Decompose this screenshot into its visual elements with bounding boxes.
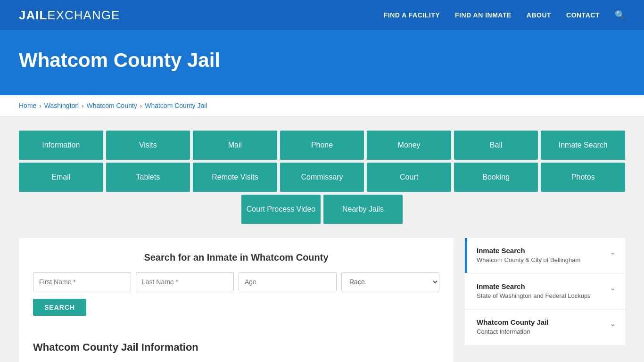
btn-phone[interactable]: Phone [280, 131, 364, 160]
btn-booking[interactable]: Booking [454, 163, 538, 192]
btn-inmate-search[interactable]: Inmate Search [541, 131, 625, 160]
breadcrumb-whatcom-jail[interactable]: Whatcom County Jail [145, 102, 207, 109]
nav-find-facility[interactable]: FIND A FACILITY [384, 11, 440, 19]
btn-commissary[interactable]: Commissary [280, 163, 364, 192]
chevron-down-icon-3: ⌄ [610, 319, 616, 328]
btn-tablets[interactable]: Tablets [106, 163, 190, 192]
sidebar-item-title-2: Inmate Search [477, 282, 591, 290]
sidebar-item-subtitle-3: Contact Information [477, 328, 549, 336]
btn-photos[interactable]: Photos [541, 163, 625, 192]
btn-information[interactable]: Information [19, 131, 103, 160]
breadcrumb: Home › Washington › Whatcom County › Wha… [19, 102, 625, 109]
sidebar-item-text-3: Whatcom County Jail Contact Information [477, 318, 549, 336]
btn-mail[interactable]: Mail [193, 131, 277, 160]
race-select[interactable]: Race White Black Hispanic Asian Other [341, 272, 439, 291]
search-panel: Search for an Inmate in Whatcom County R… [19, 238, 454, 330]
button-row-3: Court Process Video Nearby Jails [19, 195, 625, 224]
chevron-down-icon-1: ⌄ [610, 247, 616, 256]
search-title: Search for an Inmate in Whatcom County [33, 252, 439, 263]
breadcrumb-sep-2: › [82, 102, 83, 109]
sidebar: Inmate Search Whatcom County & City of B… [465, 238, 625, 345]
button-row-1: Information Visits Mail Phone Money Bail… [19, 131, 625, 160]
button-grid: Information Visits Mail Phone Money Bail… [19, 131, 625, 224]
breadcrumb-sep-3: › [140, 102, 142, 109]
breadcrumb-bar: Home › Washington › Whatcom County › Wha… [0, 95, 644, 116]
content-area: Information Visits Mail Phone Money Bail… [0, 116, 644, 362]
main-nav: FIND A FACILITY FIND AN INMATE ABOUT CON… [384, 10, 625, 20]
btn-nearby-jails[interactable]: Nearby Jails [323, 195, 403, 224]
sidebar-item-text-2: Inmate Search State of Washington and Fe… [477, 282, 591, 300]
search-button[interactable]: SEARCH [33, 299, 86, 316]
nav-about[interactable]: ABOUT [527, 11, 551, 19]
button-row-2: Email Tablets Remote Visits Commissary C… [19, 163, 625, 192]
chevron-down-icon-2: ⌄ [610, 283, 616, 292]
search-form: Race White Black Hispanic Asian Other [33, 272, 439, 291]
btn-bail[interactable]: Bail [454, 131, 538, 160]
sidebar-item-subtitle-2: State of Washington and Federal Lockups [477, 292, 591, 300]
btn-money[interactable]: Money [367, 131, 451, 160]
hero-section: Whatcom County Jail [0, 30, 644, 95]
sidebar-item-inmate-search-whatcom[interactable]: Inmate Search Whatcom County & City of B… [465, 238, 625, 273]
breadcrumb-washington[interactable]: Washington [44, 102, 79, 109]
btn-remote-visits[interactable]: Remote Visits [193, 163, 277, 192]
first-name-input[interactable] [33, 272, 131, 291]
breadcrumb-sep-1: › [39, 102, 41, 109]
page-title: Whatcom County Jail [19, 49, 625, 72]
nav-contact[interactable]: CONTACT [566, 11, 600, 19]
btn-visits[interactable]: Visits [106, 131, 190, 160]
info-section: Whatcom County Jail Information [19, 330, 454, 362]
breadcrumb-home[interactable]: Home [19, 102, 36, 109]
sidebar-item-title-3: Whatcom County Jail [477, 318, 549, 326]
age-input[interactable] [239, 272, 337, 291]
sidebar-item-inmate-search-state[interactable]: Inmate Search State of Washington and Fe… [465, 274, 625, 309]
info-title: Whatcom County Jail Information [33, 341, 439, 354]
breadcrumb-whatcom-county[interactable]: Whatcom County [86, 102, 137, 109]
search-icon-button[interactable]: 🔍 [615, 10, 625, 20]
logo-exchange: EXCHANGE [47, 8, 120, 22]
header: JAILEXCHANGE FIND A FACILITY FIND AN INM… [0, 0, 644, 30]
btn-email[interactable]: Email [19, 163, 103, 192]
sidebar-item-text-1: Inmate Search Whatcom County & City of B… [477, 247, 580, 264]
nav-find-inmate[interactable]: FIND AN INMATE [455, 11, 512, 19]
two-col-layout: Search for an Inmate in Whatcom County R… [19, 238, 625, 362]
logo-jail: JAIL [19, 8, 47, 22]
sidebar-item-subtitle-1: Whatcom County & City of Bellingham [477, 256, 580, 264]
btn-court-process-video[interactable]: Court Process Video [241, 195, 321, 224]
sidebar-item-title-1: Inmate Search [477, 247, 580, 255]
last-name-input[interactable] [136, 272, 234, 291]
left-column: Search for an Inmate in Whatcom County R… [19, 238, 454, 362]
btn-court[interactable]: Court [367, 163, 451, 192]
sidebar-item-contact-info[interactable]: Whatcom County Jail Contact Information … [465, 310, 625, 345]
logo: JAILEXCHANGE [19, 8, 120, 23]
